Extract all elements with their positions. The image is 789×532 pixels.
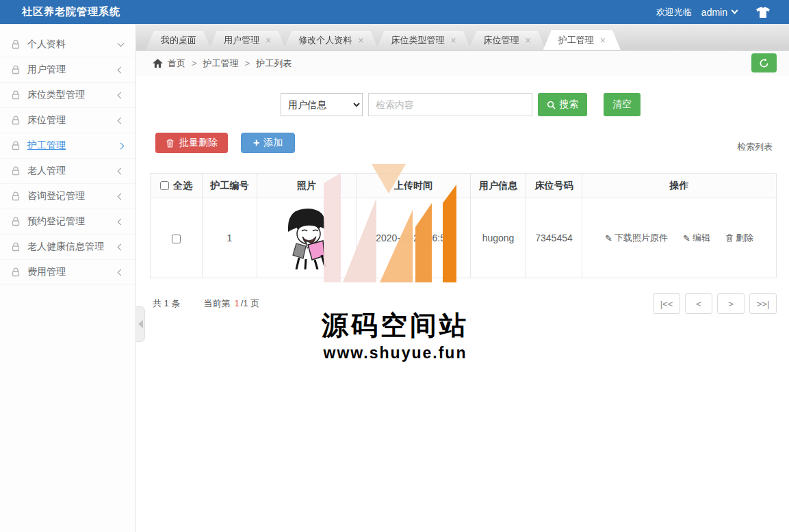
chevron-icon — [118, 92, 125, 98]
select-all-checkbox[interactable] — [160, 181, 169, 190]
lock-icon — [11, 242, 21, 252]
lock-icon — [11, 141, 21, 150]
header-actions: 操作 — [582, 174, 777, 198]
prev-page-button[interactable]: < — [685, 293, 712, 314]
tab-user-mgmt[interactable]: 用户管理 × — [209, 31, 286, 50]
delete-link[interactable]: 删除 — [725, 232, 753, 244]
topbar-right: 欢迎光临 admin — [656, 6, 789, 18]
search-field-select[interactable]: 用户信息 — [281, 93, 363, 116]
edit-label: 编辑 — [693, 232, 710, 244]
close-icon[interactable]: × — [526, 36, 531, 45]
clear-button-label: 清空 — [612, 98, 632, 111]
pagination-page-suffix: 页 — [250, 298, 259, 308]
sidebar-item-label: 老人管理 — [27, 165, 118, 177]
batch-delete-label: 批量删除 — [179, 137, 218, 149]
username: admin — [701, 7, 727, 18]
tab-bed-type-mgmt[interactable]: 床位类型管理 × — [376, 31, 471, 50]
search-input[interactable] — [368, 93, 532, 116]
header-upload-time: 上传时间 — [357, 174, 471, 198]
add-button-label: 添加 — [263, 137, 283, 149]
sidebar-item-personal-info[interactable]: 个人资料 — [0, 32, 135, 57]
pagination-total: 共 1 条 — [153, 297, 180, 310]
tshirt-icon[interactable] — [756, 7, 770, 18]
tab-bed-mgmt[interactable]: 床位管理 × — [469, 31, 546, 50]
worker-photo[interactable] — [283, 204, 331, 269]
tab-label: 床位管理 — [484, 34, 519, 46]
edit-link[interactable]: ✎ 编辑 — [683, 232, 710, 244]
refresh-button[interactable] — [751, 53, 777, 72]
table-header-row: 全选 护工编号 照片 上传时间 用户信息 床位号码 操作 — [151, 174, 777, 198]
breadcrumb-level1[interactable]: 护工管理 — [203, 57, 239, 70]
tab-my-desktop[interactable]: 我的桌面 — [146, 31, 211, 50]
sidebar-item-bed-type-mgmt[interactable]: 床位类型管理 — [0, 83, 135, 108]
sidebar-item-label: 预约登记管理 — [27, 215, 118, 228]
worker-table: 全选 护工编号 照片 上传时间 用户信息 床位号码 操作 1 — [150, 173, 777, 278]
sidebar-collapse-handle[interactable] — [136, 306, 145, 342]
pagination-current-page: 1 — [234, 298, 239, 308]
close-icon[interactable]: × — [358, 36, 363, 45]
user-menu[interactable]: admin — [701, 7, 737, 18]
tab-nursing-mgmt[interactable]: 护工管理 × — [543, 30, 621, 50]
lock-icon — [11, 166, 21, 176]
breadcrumb-separator: > — [245, 58, 250, 68]
cell-user-info: hugong — [471, 198, 526, 278]
refresh-icon — [759, 58, 769, 68]
download-photo-link[interactable]: ✎ 下载照片原件 — [605, 232, 668, 244]
search-icon — [547, 101, 556, 109]
sidebar-item-elder-mgmt[interactable]: 老人管理 — [0, 159, 135, 184]
tab-label: 床位类型管理 — [391, 34, 444, 46]
cell-upload-time: 2020-11-24 16:55 — [357, 198, 471, 278]
header-user-info: 用户信息 — [471, 174, 526, 198]
cell-worker-id: 1 — [203, 198, 257, 278]
pencil-icon: ✎ — [683, 233, 690, 243]
header-label: 全选 — [173, 180, 192, 191]
chevron-icon — [118, 40, 125, 47]
sidebar-item-elder-health-mgmt[interactable]: 老人健康信息管理 — [0, 235, 135, 260]
breadcrumb-level2: 护工列表 — [256, 57, 292, 70]
sidebar-item-consult-mgmt[interactable]: 咨询登记管理 — [0, 184, 135, 209]
close-icon[interactable]: × — [450, 36, 456, 45]
pagination-current: 当前第1/1 页 — [203, 297, 259, 310]
batch-delete-button[interactable]: 批量删除 — [155, 133, 228, 153]
last-page-button[interactable]: >>| — [749, 293, 777, 314]
delete-label: 删除 — [736, 232, 753, 244]
lock-icon — [11, 116, 21, 125]
close-icon[interactable]: × — [600, 36, 606, 45]
toolbar: 批量删除 + 添加 检索列表 — [155, 133, 773, 153]
close-icon[interactable]: × — [266, 36, 271, 45]
lock-icon — [11, 40, 21, 49]
clear-button[interactable]: 清空 — [604, 93, 641, 116]
add-button[interactable]: + 添加 — [241, 133, 295, 153]
sidebar-item-user-mgmt[interactable]: 用户管理 — [0, 57, 135, 83]
pagination-buttons: |<< < > >>| — [653, 293, 777, 314]
breadcrumb: 首页 > 护工管理 > 护工列表 — [136, 51, 789, 76]
trash-icon — [725, 234, 734, 242]
search-button[interactable]: 搜索 — [538, 93, 587, 116]
topbar: 社区养老院管理系统 欢迎光临 admin — [0, 0, 789, 24]
tab-label: 用户管理 — [224, 34, 259, 46]
next-page-button[interactable]: > — [717, 293, 745, 314]
sidebar-item-appointment-mgmt[interactable]: 预约登记管理 — [0, 209, 135, 235]
sidebar-item-label: 床位类型管理 — [27, 89, 118, 101]
sidebar-item-bed-mgmt[interactable]: 床位管理 — [0, 108, 135, 133]
sidebar-item-label: 护工管理 — [27, 139, 118, 152]
row-checkbox[interactable] — [172, 235, 181, 243]
lock-icon — [11, 217, 21, 226]
chevron-icon — [118, 142, 125, 149]
home-icon — [153, 59, 163, 68]
tab-strip: 我的桌面 用户管理 × 修改个人资料 × 床位类型管理 × 床位管理 × 护工管… — [136, 24, 789, 51]
header-photo: 照片 — [257, 174, 357, 198]
main-area: 我的桌面 用户管理 × 修改个人资料 × 床位类型管理 × 床位管理 × 护工管… — [136, 24, 789, 532]
sidebar-item-label: 个人资料 — [27, 38, 118, 51]
cell-photo — [257, 198, 357, 278]
breadcrumb-separator: > — [192, 58, 197, 68]
sidebar-item-nursing-mgmt[interactable]: 护工管理 — [0, 133, 135, 159]
sidebar-item-fee-mgmt[interactable]: 费用管理 — [0, 260, 135, 285]
tab-edit-profile[interactable]: 修改个人资料 × — [283, 31, 378, 50]
pencil-icon: ✎ — [605, 233, 612, 243]
pagination-total-pages: 1 — [243, 298, 248, 308]
lock-icon — [11, 65, 21, 75]
first-page-button[interactable]: |<< — [653, 293, 680, 314]
breadcrumb-home[interactable]: 首页 — [168, 57, 185, 70]
cell-actions: ✎ 下载照片原件 ✎ 编辑 删除 — [582, 198, 777, 278]
